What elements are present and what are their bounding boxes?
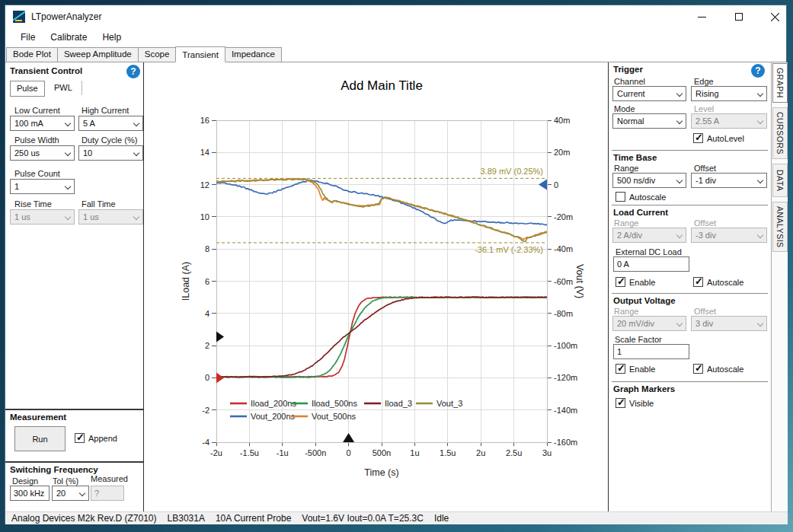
title-bar[interactable]: LTpowerAnalyzer <box>5 5 786 28</box>
trigger-edge-select[interactable]: Rising <box>691 86 767 101</box>
time-base-autoscale-checkbox[interactable]: Autoscale <box>616 192 666 202</box>
tol-select[interactable]: 20 <box>52 486 89 501</box>
x-tick-label: -1.5u <box>240 448 259 457</box>
menu-bar: File Calibrate Help <box>5 28 786 46</box>
x-tick-label: 1u <box>410 448 419 457</box>
pulse-count-select[interactable]: 1 <box>10 179 75 194</box>
checkbox-box <box>616 364 625 374</box>
append-checkbox[interactable]: Append <box>75 433 117 443</box>
autolevel-checkbox[interactable]: AutoLevel <box>693 133 744 143</box>
side-tab-graph[interactable]: GRAPH <box>772 63 788 103</box>
x-tick-label: 500n <box>373 448 391 457</box>
status-board: LB3031A <box>168 513 205 524</box>
graph-markers-visible-checkbox[interactable]: Visible <box>616 398 654 408</box>
trigger-channel-select[interactable]: Current <box>612 86 686 101</box>
mode-label: Mode <box>614 104 635 113</box>
separator <box>612 381 768 382</box>
chart-region: -2u1640m-1.5u1420m-1u120-500n10-20m08-40… <box>145 62 608 511</box>
output-voltage-autoscale-checkbox[interactable]: Autoscale <box>693 364 743 374</box>
tab-sweep-amplitude[interactable]: Sweep Amplitude <box>57 47 139 62</box>
legend-item-Iload_3: Iload_3 <box>385 399 412 408</box>
tab-pwl[interactable]: PWL <box>45 81 82 95</box>
iload-zero-marker[interactable] <box>216 372 224 383</box>
menu-help[interactable]: Help <box>94 30 129 45</box>
run-button[interactable]: Run <box>14 426 66 451</box>
close-button[interactable] <box>758 5 792 28</box>
status-state: Idle <box>434 513 449 524</box>
x-tick-label: 2u <box>476 448 485 457</box>
load-current-autoscale-checkbox[interactable]: Autoscale <box>693 277 743 287</box>
help-icon[interactable] <box>751 64 765 78</box>
y-left-tick-label: 16 <box>200 116 209 125</box>
time-base-range-select[interactable]: 500 ns/div <box>612 173 686 188</box>
level-label: Level <box>694 104 714 113</box>
tab-scope[interactable]: Scope <box>138 47 177 62</box>
separator <box>5 409 143 410</box>
trigger-time-marker[interactable] <box>343 433 354 442</box>
x-tick-label: 1.5u <box>440 448 456 457</box>
status-bar: Analog Devices M2k Rev.D (Z7010) LB3031A… <box>5 511 788 524</box>
measurement-title: Measurement <box>10 413 66 422</box>
minimize-button[interactable] <box>685 5 719 28</box>
x-tick-label: 2.5u <box>506 448 522 457</box>
transient-control-panel: Transient Control Pulse PWL Low Current … <box>5 62 144 511</box>
pulse-width-select[interactable]: 250 us <box>10 145 75 161</box>
chevron-down-icon <box>757 232 763 238</box>
y-right-tick-label: -100m <box>554 341 577 350</box>
tab-pulse[interactable]: Pulse <box>10 81 45 97</box>
output-voltage-offset-label: Offset <box>694 307 716 316</box>
trigger-level-marker[interactable] <box>216 331 224 342</box>
y-left-tick-label: 6 <box>205 277 209 286</box>
separator <box>612 150 768 151</box>
load-current-title: Load Current <box>613 208 668 217</box>
chevron-down-icon <box>676 177 683 183</box>
fall-time-label: Fall Time <box>82 199 116 209</box>
high-current-select[interactable]: 5 A <box>78 116 143 131</box>
tab-transient[interactable]: Transient <box>175 46 225 62</box>
checkbox-box <box>75 433 85 443</box>
time-base-title: Time Base <box>613 153 657 162</box>
chevron-down-icon <box>676 232 683 238</box>
help-icon[interactable] <box>126 65 140 78</box>
channel-label: Channel <box>614 77 645 86</box>
y-right-tick-label: -20m <box>554 212 573 221</box>
y-right-tick-label: -120m <box>554 373 577 382</box>
status-probe: 10A Current Probe <box>216 513 291 524</box>
chevron-down-icon <box>757 118 763 124</box>
side-tab-cursors[interactable]: CURSORS <box>772 107 788 159</box>
time-base-offset-select[interactable]: -1 div <box>691 173 767 188</box>
tab-bode-plot[interactable]: Bode Plot <box>6 47 58 62</box>
duty-cycle-select[interactable]: 10 <box>78 145 143 161</box>
scale-factor-label: Scale Factor <box>615 335 662 344</box>
side-tab-analysis[interactable]: ANALYSIS <box>772 202 788 252</box>
chevron-down-icon <box>133 214 139 220</box>
pulse-count-label: Pulse Count <box>14 169 60 178</box>
low-current-label: Low Current <box>14 106 60 115</box>
output-voltage-enable-checkbox[interactable]: Enable <box>616 364 655 374</box>
window-title: LTpowerAnalyzer <box>31 11 101 22</box>
y-left-tick-label: 0 <box>205 373 209 382</box>
legend-item-Vout_200ns: Vout_200ns <box>251 412 296 421</box>
tab-impedance[interactable]: Impedance <box>225 47 282 62</box>
design-input[interactable] <box>10 486 50 501</box>
y-left-tick-label: 4 <box>205 309 209 318</box>
external-dc-load-input[interactable] <box>613 256 689 272</box>
x-tick-label: -1u <box>277 448 289 457</box>
close-icon <box>771 12 780 21</box>
legend-item-Vout_3: Vout_3 <box>436 399 462 408</box>
vout-zero-marker[interactable] <box>539 180 547 190</box>
minimize-icon <box>698 17 706 18</box>
menu-calibrate[interactable]: Calibrate <box>43 30 94 45</box>
side-tab-data[interactable]: DATA <box>772 164 788 197</box>
scale-factor-input[interactable] <box>613 344 689 359</box>
trigger-mode-select[interactable]: Normal <box>612 113 686 129</box>
y-left-tick-label: -2 <box>202 406 209 415</box>
maximize-icon <box>735 13 743 21</box>
menu-file[interactable]: File <box>13 30 43 45</box>
maximize-button[interactable] <box>721 5 756 28</box>
load-current-enable-checkbox[interactable]: Enable <box>616 277 655 287</box>
legend-item-Vout_500ns: Vout_500ns <box>312 412 357 421</box>
external-dc-load-label: External DC Load <box>616 247 682 256</box>
low-current-select[interactable]: 100 mA <box>10 116 75 131</box>
high-current-label: High Current <box>82 106 129 115</box>
